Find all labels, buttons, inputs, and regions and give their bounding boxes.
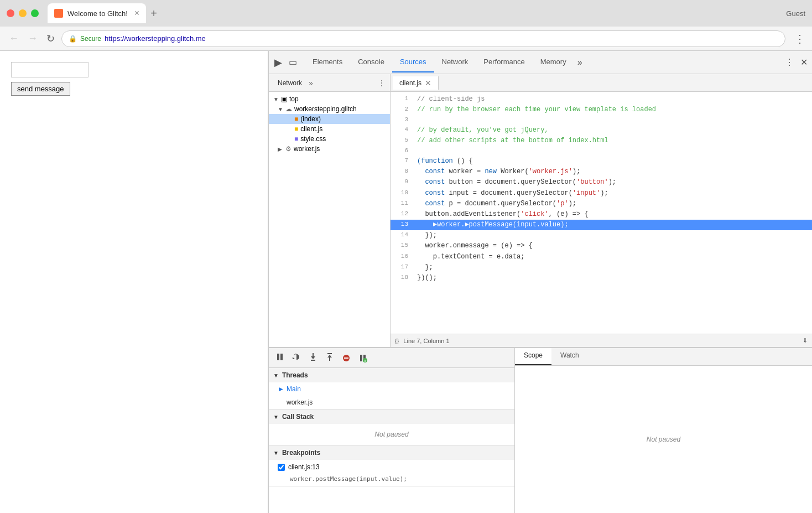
devtools-more-tabs[interactable]: »: [574, 58, 586, 68]
thread-workerjs-label: worker.js: [287, 398, 313, 406]
maximize-window-button[interactable]: [31, 9, 39, 17]
reload-button[interactable]: ↻: [44, 32, 57, 46]
tab-memory[interactable]: Memory: [533, 52, 574, 72]
editor-tab-name: client.js: [399, 79, 421, 87]
code-line-4: 4 // by default, you've got jQuery,: [391, 125, 812, 136]
breakpoint-file-1: client.js:13: [288, 463, 320, 471]
breakpoints-header[interactable]: ▼ Breakpoints: [269, 445, 514, 460]
threads-arrow: ▼: [273, 372, 279, 379]
devtools-close-button[interactable]: ✕: [798, 55, 810, 70]
traffic-lights: [7, 9, 39, 17]
back-button[interactable]: ←: [7, 32, 21, 45]
status-bar-position: Line 7, Column 1: [403, 338, 449, 344]
step-over-button[interactable]: [290, 351, 303, 365]
code-line-3: 3: [391, 115, 812, 125]
step-into-button[interactable]: [306, 351, 320, 365]
page-content: send message ▶ ▭ Elements Console Source…: [0, 51, 812, 513]
send-message-button[interactable]: send message: [11, 82, 70, 96]
code-line-8: 8 const worker = new Worker('worker.js')…: [391, 167, 812, 177]
tab-performance[interactable]: Performance: [476, 52, 532, 72]
step-out-button[interactable]: [323, 351, 336, 365]
nav-bar: ← → ↻ 🔒 Secure https://workerstepping.gl…: [0, 27, 812, 51]
sources-menu-button[interactable]: ⋮: [378, 79, 386, 87]
devtools-body: Network » ⋮ ▼ ▣ top ▼ ☁ workerstepp: [269, 74, 812, 347]
thread-workerjs[interactable]: worker.js: [269, 396, 514, 409]
tree-item-clientjs[interactable]: ■ client.js: [269, 124, 390, 134]
editor-tab-clientjs[interactable]: client.js ✕: [393, 76, 439, 90]
debug-content: ▼ Threads ► Main worker.js: [269, 368, 514, 513]
tree-label-index: (index): [300, 115, 321, 123]
file-tree: ▼ ▣ top ▼ ☁ workerstepping.glitch ■ (: [269, 92, 390, 347]
browser-more-button[interactable]: ⋮: [794, 32, 805, 45]
new-tab-button[interactable]: +: [150, 7, 157, 20]
forward-button[interactable]: →: [25, 32, 40, 45]
browser-tab[interactable]: Welcome to Glitch! ×: [48, 3, 146, 23]
breakpoint-checkbox-1[interactable]: [278, 464, 285, 471]
debug-left-panel: II ▼ Threads ► Main: [269, 348, 515, 513]
tab-console[interactable]: Console: [350, 52, 392, 72]
editor-tab-close-button[interactable]: ✕: [425, 79, 431, 87]
message-input[interactable]: [11, 62, 89, 77]
call-stack-not-paused: Not paused: [269, 424, 514, 445]
call-stack-header[interactable]: ▼ Call Stack: [269, 410, 514, 424]
svg-marker-4: [311, 356, 315, 359]
browser-chrome: Welcome to Glitch! × + Guest ← → ↻ 🔒 Sec…: [0, 0, 812, 51]
watch-tab[interactable]: Watch: [551, 348, 588, 365]
call-stack-arrow: ▼: [273, 414, 279, 420]
pause-button[interactable]: [273, 351, 287, 365]
code-line-7: 7 (function () {: [391, 156, 812, 167]
tree-item-origin[interactable]: ▼ ☁ workerstepping.glitch: [269, 104, 390, 114]
svg-text:II: II: [364, 359, 366, 362]
code-editor: client.js ✕ 1 // client-side js 2 // run…: [391, 74, 812, 347]
tree-item-stylecss[interactable]: ■ style.css: [269, 134, 390, 144]
threads-label: Threads: [282, 371, 308, 379]
svg-marker-7: [327, 355, 332, 357]
sources-more-button[interactable]: »: [309, 79, 313, 87]
tree-item-workerjs[interactable]: ▶ ⚙ worker.js: [269, 144, 390, 154]
tree-item-index[interactable]: ■ (index): [269, 114, 390, 124]
tab-title: Welcome to Glitch!: [67, 9, 128, 18]
svg-rect-1: [280, 354, 283, 360]
code-line-15: 15 worker.onmessage = (e) => {: [391, 241, 812, 251]
status-bar-expand-button[interactable]: ⇓: [803, 337, 808, 344]
devtools-settings-button[interactable]: ⋮: [783, 55, 796, 70]
threads-header[interactable]: ▼ Threads: [269, 368, 514, 382]
lock-icon: 🔒: [69, 35, 77, 43]
async-pause-button[interactable]: II: [356, 353, 369, 364]
editor-tabs: client.js ✕: [391, 74, 812, 92]
devtools-responsive-icon[interactable]: ▭: [285, 57, 300, 68]
minimize-window-button[interactable]: [19, 9, 27, 17]
tree-item-top[interactable]: ▼ ▣ top: [269, 94, 390, 104]
code-line-17: 17 };: [391, 262, 812, 273]
thread-main[interactable]: ► Main: [269, 382, 514, 396]
title-bar: Welcome to Glitch! × + Guest: [0, 0, 812, 27]
call-stack-section: ▼ Call Stack Not paused: [269, 410, 514, 445]
debug-right-tabs: Scope Watch: [515, 348, 812, 366]
call-stack-label: Call Stack: [282, 413, 314, 421]
tab-favicon: [54, 9, 63, 18]
address-bar[interactable]: 🔒 Secure https://workerstepping.glitch.m…: [61, 30, 785, 47]
breakpoint-code-1: worker.postMessage(input.value);: [269, 474, 514, 486]
url-display: https://workerstepping.glitch.me: [105, 34, 206, 43]
code-line-9: 9 const button = document.querySelector(…: [391, 177, 812, 188]
scope-not-paused: Not paused: [640, 429, 687, 450]
sources-top-bar: Network » ⋮: [269, 74, 390, 92]
editor-status-bar: {} Line 7, Column 1 ⇓: [391, 334, 812, 347]
devtools-inspect-icon[interactable]: ▶: [271, 56, 285, 69]
code-line-1: 1 // client-side js: [391, 94, 812, 105]
bottom-panel: II ▼ Threads ► Main: [269, 347, 812, 513]
code-line-10: 10 const input = document.querySelector(…: [391, 188, 812, 199]
deactivate-breakpoints-button[interactable]: [340, 353, 353, 364]
close-window-button[interactable]: [7, 9, 14, 17]
sources-network-tab[interactable]: Network: [273, 77, 306, 89]
code-content[interactable]: 1 // client-side js 2 // run by the brow…: [391, 92, 812, 334]
tab-close-button[interactable]: ×: [134, 8, 139, 18]
tree-arrow-workerjs: ▶: [278, 146, 284, 152]
page-icon: ▣: [281, 95, 287, 103]
css-file-icon: ■: [294, 135, 298, 143]
tab-sources[interactable]: Sources: [392, 52, 434, 72]
tab-elements[interactable]: Elements: [305, 52, 350, 72]
tab-network[interactable]: Network: [434, 52, 476, 72]
thread-main-label: Main: [287, 385, 301, 393]
scope-tab[interactable]: Scope: [515, 348, 551, 365]
